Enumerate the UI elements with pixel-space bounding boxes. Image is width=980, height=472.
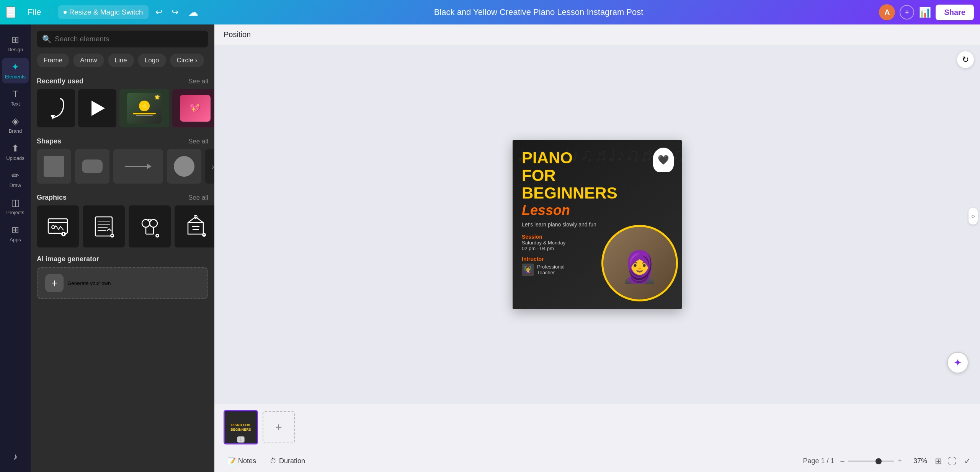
piano-instructor-block: Intructor 👩‍🏫 Professional Teacher <box>522 256 605 276</box>
redo-button[interactable]: ↪ <box>169 5 181 20</box>
sidebar-label-text: Text <box>11 101 20 107</box>
recently-used-see-all[interactable]: See all <box>188 78 208 85</box>
instructor-role: Teacher <box>537 270 565 275</box>
svg-marker-1 <box>91 101 105 116</box>
status-bar: 📝 Notes ⏱ Duration Page 1 / 1 – + 37% ⊞ … <box>214 450 980 472</box>
arrow-line-shape <box>125 164 152 169</box>
zoom-slider[interactable]: – + <box>840 457 902 465</box>
shape-square[interactable] <box>37 149 71 184</box>
recently-used-item-curved-arrow[interactable] <box>37 89 75 127</box>
sidebar-item-brand[interactable]: ◈ Brand <box>2 112 29 138</box>
piano-subtitle: Lesson <box>522 202 605 218</box>
shapes-see-all[interactable]: See all <box>188 138 208 145</box>
menu-icon[interactable]: ☰ <box>6 7 15 18</box>
shape-more[interactable]: › <box>205 149 214 184</box>
recently-used-item-triangle[interactable] <box>78 89 116 127</box>
recently-used-header: Recently used See all <box>37 77 208 85</box>
sidebar-item-elements[interactable]: ✦ Elements <box>2 58 29 83</box>
apps-icon: ⊞ <box>11 225 19 235</box>
zoom-track <box>848 461 894 462</box>
design-card[interactable]: ♩♪♫♬♩♪♫♬♩♪♫♬♩♪♫♬♩♪♫♬♩♪ PIANO FOR BEGINNE… <box>513 140 682 309</box>
graphic-item-2[interactable] <box>83 205 125 247</box>
position-label: Position <box>224 30 251 39</box>
sidebar-item-text[interactable]: T Text <box>2 85 29 111</box>
slide-thumb-1[interactable]: PIANO FORBEGINNERS 1 <box>224 410 258 444</box>
instructor-title: Professional <box>537 264 565 270</box>
shape-circle[interactable] <box>167 149 201 184</box>
piano-title-line1: PIANO FOR <box>522 149 573 184</box>
icon-sidebar: ⊞ Design ✦ Elements T Text ◈ Brand ⬆ Upl… <box>0 24 31 472</box>
sidebar-label-projects: Projects <box>7 210 24 215</box>
panel-toggle-handle[interactable]: ‹› <box>969 208 978 225</box>
zoom-plus-icon: + <box>898 457 902 465</box>
design-icon: ⊞ <box>11 34 19 45</box>
resize-magic-label: Resize & Magic Switch <box>69 8 143 16</box>
search-bar: 🔍 <box>37 31 208 47</box>
user-avatar-button[interactable]: A <box>879 4 895 20</box>
sidebar-item-uploads[interactable]: ⬆ Uploads <box>2 139 29 165</box>
curved-arrow-svg <box>44 95 67 122</box>
filter-circle[interactable]: Circle › <box>170 54 204 67</box>
recently-used-item-pink-shape[interactable]: 💖 <box>172 89 214 127</box>
draw-icon: ✏ <box>11 170 19 181</box>
grid-view-button[interactable]: ⊞ <box>933 455 943 468</box>
sidebar-label-design: Design <box>8 47 23 52</box>
piano-shield-badge: 🖤 <box>653 148 674 172</box>
page-info: Page 1 / 1 <box>803 457 834 465</box>
analytics-button[interactable]: 📊 <box>919 7 931 18</box>
sidebar-item-draw[interactable]: ✏ Draw <box>2 166 29 192</box>
shapes-grid: › <box>37 149 208 184</box>
canvas-refresh-button[interactable]: ↻ <box>957 51 974 68</box>
add-collaborator-button[interactable]: + <box>900 5 914 20</box>
projects-icon: ◫ <box>11 197 20 208</box>
graphic-item-1[interactable] <box>37 205 79 247</box>
instructor-avatar-icon: 👩‍🏫 <box>522 264 534 276</box>
piano-photo-circle: 🧕 <box>601 225 678 301</box>
sidebar-item-music[interactable]: ♪ <box>2 448 29 466</box>
filter-frame[interactable]: Frame <box>37 54 69 67</box>
graphics-grid: › <box>37 205 208 247</box>
shape-roundrect[interactable] <box>75 149 109 184</box>
resize-magic-switch-button[interactable]: Resize & Magic Switch <box>58 5 148 19</box>
sidebar-item-projects[interactable]: ◫ Projects <box>2 194 29 219</box>
shapes-title: Shapes <box>37 137 61 145</box>
canvas-area: Position ♩♪♫♬♩♪♫♬♩♪♫♬♩♪♫♬♩♪♫♬♩♪ PIANO FO… <box>214 24 980 472</box>
graphic-item-4[interactable] <box>175 205 214 247</box>
share-button[interactable]: Share <box>936 5 974 20</box>
document-title: Black and Yellow Creative Piano Lesson I… <box>203 7 875 17</box>
undo-button[interactable]: ↩ <box>153 5 165 20</box>
duration-button[interactable]: ⏱ Duration <box>266 455 309 467</box>
graphics-see-all[interactable]: See all <box>188 194 208 202</box>
check-button[interactable]: ✓ <box>964 456 971 466</box>
roundrect-shape <box>82 160 103 173</box>
piano-text-block: PIANO FOR BEGINNERS Lesson Let's learn p… <box>522 149 605 276</box>
graphics-title: Graphics <box>37 194 67 202</box>
sidebar-item-design[interactable]: ⊞ Design <box>2 31 29 56</box>
notes-icon: 📝 <box>227 457 236 465</box>
ai-generate-button[interactable]: + Generate your own <box>37 267 208 299</box>
cloud-save-button[interactable]: ☁ <box>188 7 198 18</box>
filter-logo[interactable]: Logo <box>138 54 166 67</box>
ai-assistant-button[interactable]: ✦ <box>947 352 969 373</box>
notes-button[interactable]: 📝 Notes <box>224 455 260 468</box>
search-input[interactable] <box>55 35 203 43</box>
fullscreen-button[interactable]: ⛶ <box>946 455 958 468</box>
graphic-item-3[interactable] <box>129 205 171 247</box>
filter-line[interactable]: Line <box>108 54 134 67</box>
piano-session-days: Saturday & Monday <box>522 240 605 246</box>
triangle-svg <box>86 97 109 120</box>
recently-used-item-social-mockup[interactable]: 🌟 🌟 <box>119 89 169 127</box>
uploads-icon: ⬆ <box>11 143 19 154</box>
piano-session-block: Session Saturday & Monday 02 pm - 04 pm <box>522 234 605 251</box>
instructor-name-block: Professional Teacher <box>537 264 565 275</box>
sidebar-item-apps[interactable]: ⊞ Apps <box>2 221 29 246</box>
add-slide-button[interactable]: + <box>263 411 295 443</box>
canvas-workspace[interactable]: ♩♪♫♬♩♪♫♬♩♪♫♬♩♪♫♬♩♪♫♬♩♪ PIANO FOR BEGINNE… <box>214 45 980 404</box>
file-menu-button[interactable]: File <box>23 5 46 20</box>
piano-instructor-label: Intructor <box>522 256 605 262</box>
piano-session-time: 02 pm - 04 pm <box>522 246 605 251</box>
shape-arrow-line[interactable] <box>113 149 163 184</box>
piano-student-image: 🧕 <box>621 252 659 282</box>
filter-arrow[interactable]: Arrow <box>73 54 104 67</box>
piano-session-label: Session <box>522 234 605 240</box>
